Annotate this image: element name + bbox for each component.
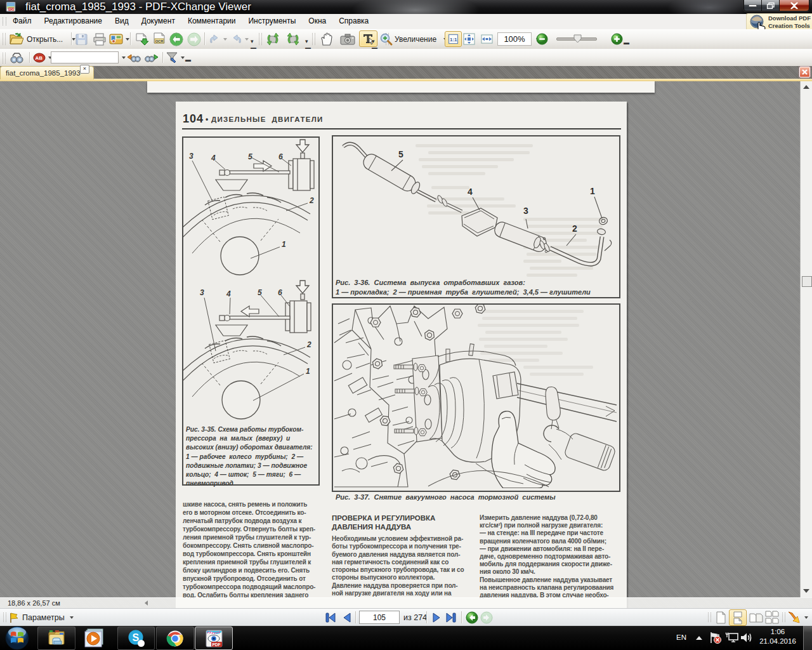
svg-text:4: 4 (468, 187, 473, 197)
svg-text:OCR: OCR (155, 39, 163, 43)
svg-text:AB: AB (36, 55, 43, 61)
svg-text:1: 1 (590, 186, 595, 196)
svg-text:5: 5 (248, 152, 252, 161)
svg-text:1:1: 1:1 (450, 37, 457, 43)
svg-text:PDF: PDF (213, 642, 221, 647)
svg-text:4: 4 (211, 154, 216, 162)
svg-text:1: 1 (306, 367, 310, 376)
svg-text:4: 4 (226, 289, 231, 298)
svg-text:3: 3 (523, 206, 528, 216)
svg-text:3: 3 (189, 152, 193, 161)
svg-text:2: 2 (572, 223, 577, 234)
svg-text:6: 6 (278, 152, 283, 161)
svg-text:PDF: PDF (9, 8, 15, 11)
svg-text:S: S (133, 632, 140, 643)
svg-text:2: 2 (306, 340, 311, 349)
svg-text:3: 3 (200, 288, 204, 297)
svg-text:2: 2 (309, 196, 314, 205)
svg-text:5: 5 (398, 149, 403, 159)
svg-text:1: 1 (282, 240, 286, 249)
